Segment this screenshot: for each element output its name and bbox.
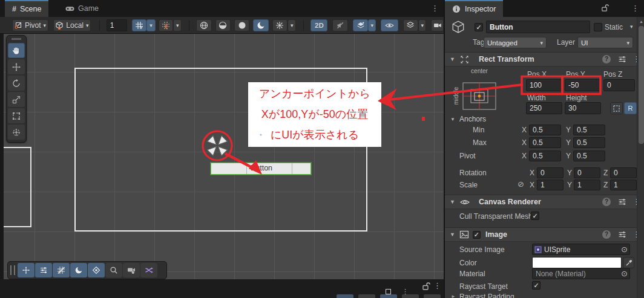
image-header[interactable]: ▼ ✓ Image ? ⋮ <box>445 227 644 242</box>
lock-icon[interactable] <box>601 4 609 12</box>
static-checkbox[interactable] <box>594 23 602 31</box>
gameobject-name-field[interactable]: Button <box>486 21 590 33</box>
camera-preview-button[interactable] <box>123 263 140 277</box>
scene-menu-kebab[interactable]: ⋮ <box>431 4 439 13</box>
light-mode-button[interactable] <box>70 263 87 277</box>
transform-tool-button[interactable] <box>8 125 25 140</box>
grid-snap-button[interactable]: Y <box>132 19 146 31</box>
inspector-scrollbar[interactable]: ▲ <box>637 17 644 298</box>
skybox-toggle-button[interactable] <box>234 19 249 31</box>
increment-snap-caret[interactable]: ▾ <box>173 19 182 31</box>
pos-x-field[interactable]: 100 <box>526 79 562 91</box>
foldout-icon[interactable]: ▼ <box>450 56 455 62</box>
scale-tool-button[interactable] <box>8 92 25 107</box>
foldout-icon[interactable]: ▼ <box>450 232 455 238</box>
grid-visibility-button[interactable] <box>53 263 70 277</box>
rotation-y-field[interactable]: 0 <box>574 167 600 178</box>
tab-inspector[interactable]: Inspector <box>445 0 503 17</box>
tab-game[interactable]: Game <box>58 0 106 17</box>
panel-menu-kebab[interactable]: ⋮ <box>433 282 441 290</box>
anchors-min-x-field[interactable]: 0.5 <box>529 125 561 135</box>
broken-link-icon[interactable]: ⊘ <box>518 180 524 189</box>
tab-scene[interactable]: # Scene <box>5 0 48 17</box>
material-field[interactable]: None (Material) ⊙ <box>532 268 630 279</box>
eyedropper-icon[interactable] <box>623 257 634 268</box>
color-swatch[interactable] <box>532 257 622 268</box>
snap-settings-button[interactable] <box>35 263 52 277</box>
layers-caret[interactable]: ▾ <box>418 19 426 31</box>
tag-dropdown[interactable]: Untagged▾ <box>484 37 547 48</box>
anchor-preset-widget[interactable] <box>462 82 496 110</box>
overlay-drag-handle[interactable] <box>7 36 26 42</box>
source-image-field[interactable]: UISprite ⊙ <box>532 244 630 255</box>
width-field[interactable]: 250 <box>526 102 562 114</box>
rect-transform-header[interactable]: ▼ Rect Transform ? ⋮ <box>445 52 644 66</box>
scene-fx-button[interactable] <box>353 19 368 31</box>
rotation-z-field[interactable]: 0 <box>610 167 637 178</box>
scene-ui-button[interactable]: Button <box>211 163 311 175</box>
rotation-x-field[interactable]: 0 <box>537 167 564 178</box>
blueprint-mode-button[interactable] <box>610 102 623 114</box>
raw-edit-button[interactable]: R <box>624 102 637 114</box>
local-mode-button[interactable]: Local ▾ <box>53 19 91 31</box>
pivot-x-field[interactable]: 0.5 <box>529 151 561 161</box>
mini-window-icon[interactable] <box>386 289 391 294</box>
rotate-tool-button[interactable] <box>8 76 25 91</box>
scene-viewport[interactable]: Button <box>4 34 444 279</box>
image-enabled-checkbox[interactable]: ✓ <box>473 231 481 239</box>
gizmos-visibility-button[interactable] <box>88 263 105 277</box>
scene-fx-caret[interactable]: ▾ <box>368 19 376 31</box>
pos-z-field[interactable]: 0 <box>603 79 635 91</box>
cull-transparent-mesh-checkbox[interactable]: ✓ <box>531 212 539 220</box>
2d-mode-button[interactable]: 2D <box>310 19 327 31</box>
overlay-drag-handle[interactable] <box>10 265 15 275</box>
pivot-mode-button[interactable]: Pivot ▾ <box>12 19 48 31</box>
grid-snap-caret[interactable]: ▾ <box>146 19 155 31</box>
effects-button[interactable] <box>272 19 288 31</box>
static-caret[interactable]: ▾ <box>630 24 633 30</box>
lighting-toggle-button[interactable] <box>215 19 231 31</box>
raycast-target-checkbox[interactable]: ✓ <box>532 281 540 290</box>
pos-y-field[interactable]: -50 <box>565 79 601 91</box>
anchors-foldout-icon[interactable]: ▼ <box>450 117 455 122</box>
rect-tool-button[interactable] <box>8 108 25 123</box>
scrollbar-thumb[interactable] <box>639 26 644 144</box>
height-field[interactable]: 30 <box>565 102 601 114</box>
canvas-renderer-header[interactable]: ▼ Canvas Renderer ? ⋮ <box>445 195 644 209</box>
help-icon[interactable]: ? <box>602 55 611 63</box>
camera-settings-button[interactable] <box>431 19 444 31</box>
object-picker-icon[interactable]: ⊙ <box>621 245 628 254</box>
unlock-icon[interactable] <box>422 282 430 291</box>
audio-mute-button[interactable] <box>332 19 347 31</box>
increment-snap-button[interactable] <box>159 19 173 31</box>
shading-mode-button[interactable] <box>196 19 211 31</box>
move-tool-button[interactable] <box>8 59 25 74</box>
help-icon[interactable]: ? <box>602 198 611 206</box>
snap-increment-input[interactable]: 1 <box>107 19 127 31</box>
random-overlay-button[interactable] <box>140 263 157 277</box>
gizmo-move-button[interactable] <box>18 263 34 277</box>
anchors-max-y-field[interactable]: 0.5 <box>573 137 605 148</box>
pivot-y-field[interactable]: 0.5 <box>573 151 605 161</box>
anchors-min-y-field[interactable]: 0.5 <box>573 125 605 135</box>
layer-dropdown[interactable]: UI▾ <box>577 37 633 48</box>
padding-collapsed-icon[interactable]: ► <box>451 294 456 298</box>
scale-z-field[interactable]: 1 <box>610 180 637 190</box>
presets-icon[interactable] <box>618 55 626 63</box>
object-picker-icon[interactable]: ⊙ <box>621 269 628 278</box>
scale-x-field[interactable]: 1 <box>537 180 564 190</box>
gameobject-active-checkbox[interactable]: ✓ <box>475 23 483 31</box>
help-icon[interactable]: ? <box>602 230 611 239</box>
scrollbar-up-arrow[interactable]: ▲ <box>637 17 644 24</box>
fog-toggle-button[interactable] <box>253 19 268 31</box>
search-button[interactable] <box>105 263 122 277</box>
presets-icon[interactable] <box>618 198 626 206</box>
view-tool-button[interactable] <box>8 43 25 58</box>
inspector-menu-kebab[interactable]: ⋮ <box>631 4 639 13</box>
effects-caret[interactable]: ▾ <box>288 19 296 31</box>
foldout-icon[interactable]: ▼ <box>450 199 455 205</box>
scale-y-field[interactable]: 1 <box>574 180 600 190</box>
presets-icon[interactable] <box>618 230 626 239</box>
scene-visibility-button[interactable] <box>381 19 398 31</box>
anchors-max-x-field[interactable]: 0.5 <box>529 137 561 148</box>
